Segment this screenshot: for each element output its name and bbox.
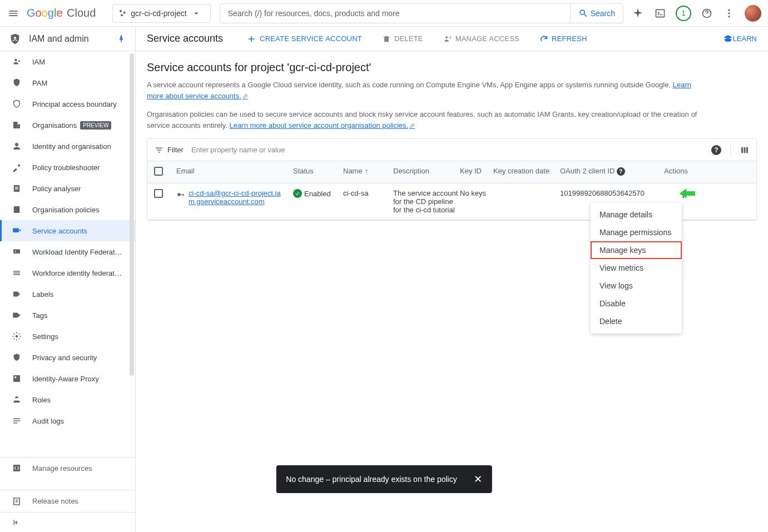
svg-point-31 [177,193,180,196]
learn-icon [723,34,733,44]
google-cloud-logo[interactable]: Google Cloud [27,7,96,19]
svg-point-2 [121,14,123,16]
svg-rect-28 [741,147,743,153]
sidebar-item-workload-identity[interactable]: Workload Identity Federat… [0,241,135,262]
row-actions-dropdown: Manage details Manage permissions Manage… [591,202,682,334]
sidebar-title: IAM and admin [29,34,89,44]
refresh-button[interactable]: Refresh [534,31,593,47]
svg-point-0 [120,10,122,12]
help-icon[interactable] [700,7,714,20]
sidebar-item-privacy[interactable]: Privacy and security [0,347,135,368]
project-name: gcr-ci-cd-project [131,9,186,18]
dd-delete[interactable]: Delete [591,312,682,330]
svg-rect-10 [13,122,18,128]
chevron-down-icon [191,8,201,18]
sidebar-item-audit-logs[interactable]: Audit logs [0,410,135,431]
sidebar-item-principal-access[interactable]: Principal access boundary [0,93,135,115]
sidebar-item-roles[interactable]: Roles [0,389,135,410]
svg-rect-33 [183,194,184,196]
sidebar-item-service-accounts[interactable]: Service accounts [0,220,135,241]
svg-rect-22 [13,375,20,382]
cloud-shell-icon[interactable] [653,7,667,20]
filter-row: Filter ? [147,139,756,161]
filter-help-icon[interactable]: ? [711,145,721,155]
avatar[interactable] [745,5,761,22]
svg-point-5 [728,9,730,11]
search-bar: Search [220,3,623,23]
svg-rect-23 [14,376,16,378]
dd-disable[interactable]: Disable [591,295,682,312]
svg-rect-26 [14,520,15,525]
gemini-icon[interactable] [631,7,645,20]
row-checkbox[interactable] [154,189,163,198]
delete-button[interactable]: Delete [376,31,429,47]
page-header: Service accounts Create service account … [136,27,768,51]
sidebar-scrollbar[interactable] [130,53,134,376]
svg-point-18 [19,230,21,231]
row-description: The service account for the CD pipeline … [393,189,460,214]
dd-manage-permissions[interactable]: Manage permissions [591,223,682,241]
svg-point-27 [445,36,448,38]
sidebar-item-iam[interactable]: IAM [0,51,135,72]
dd-manage-details[interactable]: Manage details [591,206,682,223]
sidebar-release-notes[interactable]: Release notes [0,490,135,512]
svg-rect-29 [744,147,746,153]
oauth-help-icon[interactable]: ? [617,167,625,176]
more-icon[interactable] [722,7,736,20]
learn-more-org-link[interactable]: Learn more about service account organis… [230,121,415,130]
main-menu-icon[interactable] [7,7,20,20]
sidebar-item-policy-analyser[interactable]: Policy analyser [0,178,135,199]
service-account-email-link[interactable]: ci-cd-sa@gcr-ci-cd-project.iam.gservicea… [176,189,288,206]
svg-point-6 [728,12,730,14]
filter-label: Filter [167,146,184,154]
desc-1: A service account represents a Google Cl… [147,79,703,101]
search-input[interactable] [220,4,570,23]
dd-view-logs[interactable]: View logs [591,277,682,295]
check-circle-icon: ✓ [293,189,302,198]
sidebar-item-tags[interactable]: Tags [0,305,135,326]
sidebar-item-policy-troubleshooter[interactable]: Policy troubleshooter [0,157,135,178]
dd-view-metrics[interactable]: View metrics [591,259,682,277]
page-title: Service accounts [147,33,223,44]
filter-input[interactable] [190,145,711,155]
collapse-sidebar-button[interactable] [0,512,135,532]
row-name: ci-cd-sa [343,189,393,197]
sidebar-item-manage-resources[interactable]: Manage resources [0,458,135,479]
learn-button[interactable]: Learn [723,34,757,44]
dd-manage-keys[interactable]: Manage keys [591,241,682,259]
notifications-badge[interactable]: 1 [676,6,691,21]
search-icon [578,8,588,18]
sidebar-item-org-policies[interactable]: Organisation policies [0,199,135,220]
table-header: Email Status Name↑ Description Key ID Ke… [147,161,756,183]
sidebar-header: IAM and admin [0,27,135,51]
pin-icon[interactable] [116,34,126,44]
select-all-checkbox[interactable] [154,167,163,176]
svg-point-12 [15,143,18,146]
sidebar-item-workforce-identity[interactable]: Workforce identity federat… [0,262,135,284]
project-picker[interactable]: gcr-ci-cd-project [112,4,210,23]
sidebar-item-identity-org[interactable]: Identity and organisation [0,136,135,157]
create-service-account-button[interactable]: Create service account [241,31,368,47]
search-button[interactable]: Search [570,4,623,23]
sidebar-item-labels[interactable]: Labels [0,284,135,305]
shield-icon [9,33,21,45]
toast-close-button[interactable]: ✕ [474,473,482,485]
row-keyid: No keys [460,189,493,197]
svg-rect-11 [18,125,21,129]
desc-2: Organisation policies can be used to sec… [147,109,703,131]
svg-rect-15 [15,188,18,190]
columns-icon[interactable] [740,145,750,155]
sidebar-item-pam[interactable]: PAM [0,72,135,93]
sidebar-item-iap[interactable]: Identity-Aware Proxy [0,368,135,389]
svg-point-1 [123,11,126,13]
sidebar-item-organisations[interactable]: OrganisationsPREVIEW [0,115,135,136]
key-icon [176,190,185,201]
manage-access-button[interactable]: Manage access [438,31,525,47]
svg-rect-16 [14,206,20,213]
svg-point-8 [14,37,16,39]
toast-message: No change – principal already exists on … [286,475,457,484]
sort-asc-icon: ↑ [365,167,369,175]
svg-rect-3 [656,9,665,17]
sidebar-item-settings[interactable]: Settings [0,326,135,347]
heading: Service accounts for project 'gcr-ci-cd-… [147,61,757,74]
